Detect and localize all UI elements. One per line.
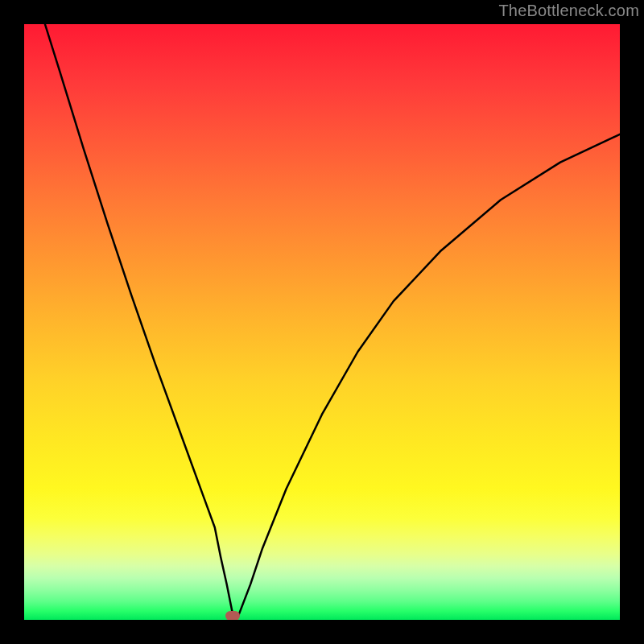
plot-area	[24, 24, 620, 620]
minimum-marker	[225, 611, 240, 620]
watermark-text: TheBottleneck.com	[498, 2, 639, 20]
chart-frame: TheBottleneck.com	[0, 0, 644, 644]
bottleneck-curve	[24, 24, 620, 620]
